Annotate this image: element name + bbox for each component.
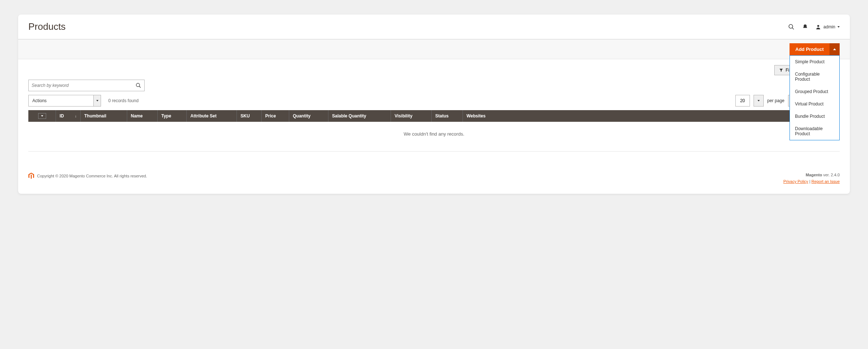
svg-point-0 (789, 24, 793, 28)
admin-panel: Products admin Add Product Simple Produc… (18, 15, 850, 194)
footer-links: Privacy Policy | Report an Issue (783, 179, 840, 184)
notifications-icon[interactable] (802, 23, 809, 31)
search-icon[interactable] (136, 83, 141, 88)
col-attribute-set[interactable]: Attribute Set (187, 110, 237, 122)
grid-toolbar: Filters Default View (18, 59, 850, 75)
magento-logo-icon (28, 173, 34, 179)
triangle-up-icon (833, 48, 836, 50)
col-name[interactable]: Name (127, 110, 158, 122)
col-type[interactable]: Type (158, 110, 187, 122)
svg-point-2 (817, 25, 819, 27)
version: ver. 2.4.0 (822, 173, 840, 177)
col-visibility[interactable]: Visibility (391, 110, 432, 122)
copyright: Copyright © 2020 Magento Commerce Inc. A… (37, 174, 147, 178)
menu-configurable-product[interactable]: Configurable Product (790, 68, 839, 85)
svg-point-3 (136, 83, 140, 87)
brand: Magento (806, 173, 822, 177)
col-checkbox[interactable] (28, 110, 56, 122)
per-page-label: per page (767, 98, 784, 103)
svg-line-4 (139, 86, 141, 88)
page-size-toggle[interactable] (754, 95, 764, 107)
add-product-split-button: Add Product Simple Product Configurable … (790, 43, 840, 55)
records-found: 0 records found (108, 98, 138, 103)
page-title: Products (28, 21, 66, 32)
mass-actions-select[interactable]: Actions (28, 95, 101, 107)
caret-down-icon (96, 100, 98, 101)
add-product-button[interactable]: Add Product (790, 43, 829, 55)
menu-downloadable-product[interactable]: Downloadable Product (790, 123, 839, 140)
search-row (18, 75, 850, 91)
privacy-policy-link[interactable]: Privacy Policy (783, 179, 808, 184)
menu-virtual-product[interactable]: Virtual Product (790, 98, 839, 110)
sep: | (808, 179, 811, 184)
col-price[interactable]: Price (262, 110, 289, 122)
menu-simple-product[interactable]: Simple Product (790, 56, 839, 68)
report-issue-link[interactable]: Report an Issue (811, 179, 840, 184)
search-input[interactable] (32, 83, 136, 88)
grid-midbar: Actions 0 records found per page of 1 (18, 91, 850, 110)
sort-desc-icon: ↓ (75, 114, 77, 118)
funnel-icon (779, 68, 783, 72)
user-name: admin (823, 24, 835, 29)
header-actions: admin (788, 23, 840, 31)
midbar-left: Actions 0 records found (28, 95, 138, 107)
empty-message: We couldn't find any records. (28, 122, 840, 152)
footer-left: Copyright © 2020 Magento Commerce Inc. A… (28, 173, 147, 179)
user-icon (815, 24, 821, 30)
col-status[interactable]: Status (432, 110, 463, 122)
col-id-label: ID (60, 113, 64, 119)
col-thumbnail[interactable]: Thumbnail (81, 110, 127, 122)
menu-grouped-product[interactable]: Grouped Product (790, 85, 839, 98)
col-salable-quantity[interactable]: Salable Quantity (328, 110, 391, 122)
caret-down-icon (758, 100, 760, 101)
menu-bundle-product[interactable]: Bundle Product (790, 110, 839, 123)
col-id[interactable]: ID ↓ (56, 110, 81, 122)
add-product-dropdown: Simple Product Configurable Product Grou… (790, 55, 840, 140)
page-size-input[interactable] (735, 95, 750, 107)
footer-right: Magento ver. 2.4.0 Privacy Policy | Repo… (783, 173, 840, 184)
col-quantity[interactable]: Quantity (289, 110, 328, 122)
products-grid: ID ↓ Thumbnail Name Type Attribute Set S… (18, 110, 850, 152)
user-menu[interactable]: admin (815, 24, 840, 30)
mass-actions-label: Actions (29, 98, 93, 103)
version-line: Magento ver. 2.4.0 (783, 173, 840, 177)
page-header: Products admin (18, 15, 850, 36)
footer: Copyright © 2020 Magento Commerce Inc. A… (18, 163, 850, 194)
col-websites[interactable]: Websites (463, 110, 840, 122)
col-sku[interactable]: SKU (237, 110, 262, 122)
select-all-checkbox[interactable] (38, 113, 46, 119)
caret-down-icon (41, 115, 43, 117)
add-product-toggle[interactable] (829, 43, 840, 55)
mass-actions-toggle[interactable] (93, 95, 101, 106)
action-bar: Add Product Simple Product Configurable … (18, 39, 850, 59)
svg-line-1 (792, 28, 794, 29)
search-box (28, 80, 145, 91)
grid-header-row: ID ↓ Thumbnail Name Type Attribute Set S… (28, 110, 840, 122)
caret-down-icon (837, 26, 840, 28)
search-icon[interactable] (788, 23, 795, 31)
